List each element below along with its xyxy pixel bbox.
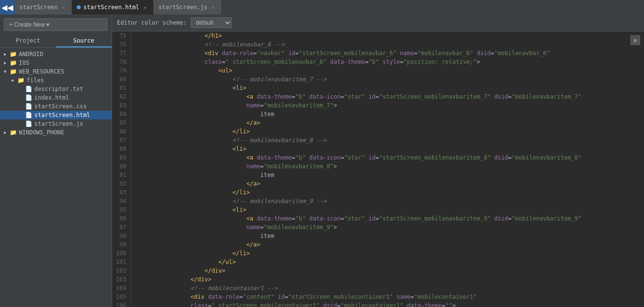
line-number: 95 <box>116 205 127 214</box>
line-number: 87 <box>116 136 127 145</box>
code-line: <div data-role="navbar" id="startScreen_… <box>135 49 640 58</box>
tree-item-index-html[interactable]: ▶ 📄 index.html <box>0 93 112 102</box>
expand-button[interactable]: ⊞ <box>630 35 640 45</box>
code-line: <!-- mobilenavbar_6 --> <box>135 40 640 49</box>
folder-icon: 📁 <box>10 51 17 58</box>
sidebar: + Create New ▾ Project Source ▶ 📁 ANDROI… <box>0 15 112 307</box>
tree-item-label: descriptor.txt <box>34 86 83 92</box>
line-number: 106 <box>116 301 127 307</box>
code-line: </a> <box>135 118 640 127</box>
line-number: 93 <box>116 188 127 197</box>
code-line: <li> <box>135 145 640 153</box>
line-number: 80 <box>116 75 127 84</box>
tree-item-label: index.html <box>34 94 69 101</box>
line-number: 91 <box>116 171 127 179</box>
file-tree: ▶ 📁 ANDROID ▶ 📁 IOS ▼ 📁 WEB_RESOURCES <box>0 48 112 307</box>
folder-icon: 📁 <box>10 68 17 75</box>
arrow-icon: ▶ <box>4 130 10 135</box>
line-number: 104 <box>116 284 127 292</box>
color-scheme-select[interactable]: default dark light <box>191 17 232 28</box>
line-number: 76 <box>116 40 127 49</box>
tab-startScreen-html[interactable]: startScreen.html ✕ <box>72 0 154 15</box>
code-line: class=" startScreen_mobilecontainer1" ds… <box>135 301 640 307</box>
line-number: 90 <box>116 162 127 171</box>
arrow-icon: ▶ <box>12 78 17 83</box>
tree-item-label: startScreen.js <box>34 120 83 127</box>
file-icon: 📄 <box>25 112 32 118</box>
line-number: 83 <box>116 101 127 110</box>
code-line: item <box>135 171 640 179</box>
editor-wrapper: 7576777879808182838485868788899091929394… <box>112 31 644 307</box>
tree-item-startscreen-css[interactable]: ▶ 📄 startScreen.css <box>0 102 112 111</box>
color-scheme-label: Editor color scheme: <box>117 19 187 26</box>
arrow-icon: ▶ <box>4 52 10 57</box>
tab-source[interactable]: Source <box>56 35 112 47</box>
code-view[interactable]: </h1> <!-- mobilenavbar_6 --> <div data-… <box>131 31 644 307</box>
tree-item-label: ANDROID <box>19 51 43 58</box>
file-icon: 📄 <box>25 86 32 92</box>
code-line: item <box>135 110 640 118</box>
code-line: <li> <box>135 84 640 92</box>
tab-label: startScreen <box>19 4 57 11</box>
line-number: 97 <box>116 223 127 232</box>
tree-item-startscreen-js[interactable]: ▶ 📄 startScreen.js <box>0 119 112 128</box>
tab-startScreen[interactable]: startScreen ✕ <box>14 0 72 15</box>
editor-toolbar: Editor color scheme: default dark light <box>112 15 644 31</box>
line-number: 79 <box>116 66 127 75</box>
tree-item-web-resources[interactable]: ▼ 📁 WEB_RESOURCES <box>0 67 112 76</box>
line-number: 75 <box>116 31 127 40</box>
code-line: </div> <box>135 266 640 275</box>
code-line: <li> <box>135 205 640 214</box>
code-line: </a> <box>135 240 640 249</box>
arrow-icon: ▼ <box>4 69 10 74</box>
close-icon[interactable]: ✕ <box>60 4 67 11</box>
line-number: 100 <box>116 249 127 258</box>
tab-startScreen-js[interactable]: startScreen.js ✕ <box>154 0 222 15</box>
line-number: 98 <box>116 232 127 240</box>
code-line: <ul> <box>135 66 640 75</box>
code-line: <!-- mobilenavbaritem_7 --> <box>135 75 640 84</box>
line-number: 92 <box>116 179 127 188</box>
line-numbers: 7576777879808182838485868788899091929394… <box>112 31 131 307</box>
sidebar-tabs: Project Source <box>0 35 112 48</box>
code-line: <!-- mobilecontainer1 --> <box>135 284 640 292</box>
tree-item-descriptor-txt[interactable]: ▶ 📄 descriptor.txt <box>0 85 112 93</box>
code-line: name="mobilenavbaritem_9"> <box>135 223 640 232</box>
tree-item-files[interactable]: ▶ 📁 files <box>0 76 112 85</box>
file-icon: 📄 <box>25 94 32 101</box>
line-number: 77 <box>116 49 127 58</box>
close-icon[interactable]: ✕ <box>142 4 148 11</box>
tree-item-startscreen-html[interactable]: ▶ 📄 startScreen.html <box>0 111 112 119</box>
code-line: </h1> <box>135 31 640 40</box>
line-number: 102 <box>116 266 127 275</box>
tree-item-label: startScreen.html <box>34 112 90 118</box>
line-number: 86 <box>116 127 127 136</box>
main-layout: + Create New ▾ Project Source ▶ 📁 ANDROI… <box>0 15 644 307</box>
line-number: 103 <box>116 275 127 284</box>
close-icon[interactable]: ✕ <box>210 4 216 11</box>
code-line: </a> <box>135 179 640 188</box>
tab-project[interactable]: Project <box>0 35 56 47</box>
back-button[interactable]: ◀◀ <box>0 0 14 15</box>
tab-label: startScreen.js <box>158 4 207 11</box>
code-line: </li> <box>135 127 640 136</box>
line-number: 84 <box>116 110 127 118</box>
code-line: <a data-theme="b" data-icon="star" id="s… <box>135 153 640 162</box>
tree-item-label: WINDOWS_PHONE <box>19 129 64 136</box>
create-new-button[interactable]: + Create New ▾ <box>4 18 108 31</box>
folder-icon: 📁 <box>10 129 17 136</box>
tab-bar: ◀◀ startScreen ✕ startScreen.html ✕ star… <box>0 0 644 15</box>
file-icon: 📄 <box>25 120 32 127</box>
tree-item-android[interactable]: ▶ 📁 ANDROID <box>0 50 112 58</box>
line-number: 82 <box>116 92 127 101</box>
code-line: <!-- mobilenavbaritem_8 --> <box>135 136 640 145</box>
code-line: <a data-theme="b" data-icon="star" id="s… <box>135 92 640 101</box>
tree-item-windows-phone[interactable]: ▶ 📁 WINDOWS_PHONE <box>0 128 112 137</box>
tree-item-ios[interactable]: ▶ 📁 IOS <box>0 58 112 67</box>
line-number: 78 <box>116 58 127 66</box>
editor-content: 7576777879808182838485868788899091929394… <box>112 31 644 307</box>
file-icon: 📄 <box>25 103 32 110</box>
line-number: 88 <box>116 145 127 153</box>
tree-item-label: WEB_RESOURCES <box>19 68 64 75</box>
code-line: <div data-role="content" id="startScreen… <box>135 292 640 301</box>
